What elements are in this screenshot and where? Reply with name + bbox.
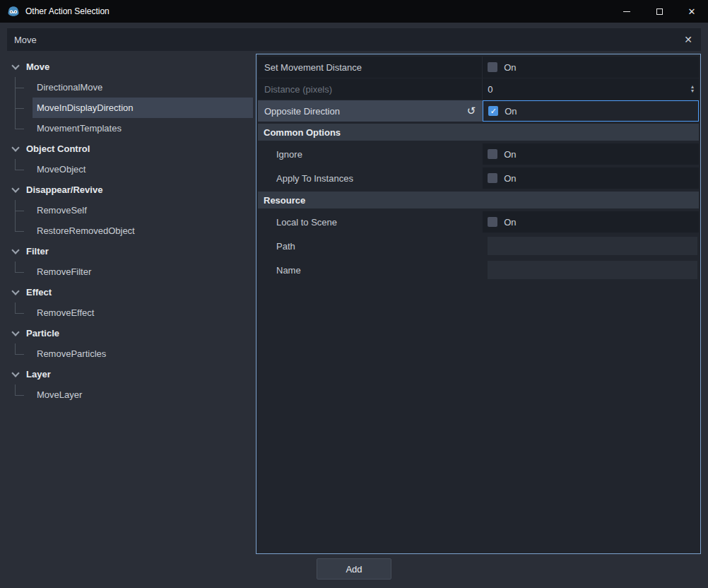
tree-item-removeself[interactable]: RemoveSelf — [7, 200, 253, 220]
property-label: Path — [258, 235, 483, 257]
property-label: Opposite Direction ↺ — [258, 100, 483, 122]
tree-connector — [7, 343, 33, 364]
tree-section-object-control[interactable]: Object Control — [7, 139, 253, 159]
tree-connector — [7, 220, 33, 241]
tree-section-label: Layer — [26, 369, 51, 380]
tree-item-label: RemoveFilter — [33, 261, 253, 282]
property-label-text: Set Movement Distance — [264, 62, 362, 73]
add-button[interactable]: Add — [317, 558, 391, 580]
chevron-down-icon — [11, 61, 19, 69]
property-label-text: Apply To Instances — [276, 173, 353, 184]
action-inspector: Set Movement Distance On Distance (pixel… — [256, 54, 701, 554]
tree-item-movelayer[interactable]: MoveLayer — [7, 384, 253, 405]
tree-section-label: Filter — [26, 246, 49, 257]
property-label-text: Name — [276, 265, 301, 276]
tree-item-label: MoveObject — [33, 159, 253, 180]
set-movement-distance-editor: On — [483, 57, 699, 78]
tree-section-layer[interactable]: Layer — [7, 364, 253, 384]
tree-item-restoreremovedobject[interactable]: RestoreRemovedObject — [7, 220, 253, 241]
tree-connector — [7, 118, 33, 139]
tree-item-moveobject[interactable]: MoveObject — [7, 159, 253, 180]
path-editor — [483, 235, 699, 257]
content-area: Move DirectionalMove MoveInDisplayDirect… — [7, 54, 701, 554]
tree-section-effect[interactable]: Effect — [7, 282, 253, 302]
tree-connector — [7, 98, 33, 118]
property-label: Apply To Instances — [258, 167, 483, 189]
name-editor — [483, 259, 699, 281]
section-header-label: Common Options — [264, 127, 341, 138]
distance-value: 0 — [488, 84, 492, 95]
property-label: Set Movement Distance — [258, 57, 483, 78]
tree-item-label: RemoveParticles — [33, 343, 253, 364]
property-row-opposite-direction: Opposite Direction ↺ ✓ On — [258, 100, 699, 122]
property-label-text: Local to Scene — [276, 217, 337, 228]
tree-item-moveindisplaydirection[interactable]: MoveInDisplayDirection — [7, 98, 253, 118]
property-row-distance: Distance (pixels) 0 ▴ ▾ — [258, 78, 699, 100]
ignore-editor: On — [483, 143, 699, 165]
tree-item-removeparticles[interactable]: RemoveParticles — [7, 343, 253, 364]
minimize-icon — [623, 11, 630, 12]
property-row-set-movement-distance: Set Movement Distance On — [258, 57, 699, 78]
distance-spinbox[interactable]: 0 ▴ ▾ — [483, 78, 699, 100]
chevron-down-icon — [11, 369, 19, 377]
tree-connector — [7, 159, 33, 180]
tree-item-removefilter[interactable]: RemoveFilter — [7, 261, 253, 282]
apply-to-instances-checkbox[interactable] — [488, 173, 497, 183]
property-label: Ignore — [258, 143, 483, 165]
local-to-scene-editor: On — [483, 211, 699, 233]
tree-section-label: Effect — [26, 287, 52, 298]
check-icon: ✓ — [490, 107, 497, 115]
chevron-down-icon — [11, 328, 19, 336]
ignore-checkbox[interactable] — [488, 149, 497, 159]
name-input[interactable] — [488, 261, 697, 279]
maximize-icon — [656, 8, 663, 15]
tree-connector — [7, 302, 33, 323]
close-icon: ✕ — [688, 7, 696, 16]
tree-item-movementtemplates[interactable]: MovementTemplates — [7, 118, 253, 139]
section-header-common-options[interactable]: Common Options — [258, 124, 699, 141]
property-label: Distance (pixels) — [258, 78, 483, 100]
search-bar: ✕ — [7, 28, 701, 51]
tree-section-filter[interactable]: Filter — [7, 241, 253, 261]
tree-item-removeeffect[interactable]: RemoveEffect — [7, 302, 253, 323]
section-header-label: Resource — [264, 195, 305, 206]
tree-section-label: Object Control — [26, 143, 90, 154]
tree-connector — [7, 77, 33, 98]
set-movement-distance-checkbox[interactable] — [488, 62, 497, 72]
property-label-text: Distance (pixels) — [264, 84, 332, 95]
maximize-button[interactable] — [643, 0, 675, 23]
spinbox-updown-icon[interactable]: ▴ ▾ — [691, 85, 694, 93]
clear-search-icon[interactable]: ✕ — [683, 34, 694, 45]
property-row-local-to-scene: Local to Scene On — [258, 211, 699, 233]
apply-to-instances-editor: On — [483, 167, 699, 189]
property-row-name: Name — [258, 259, 699, 281]
chevron-down-icon — [11, 287, 19, 295]
tree-connector — [7, 261, 33, 282]
spin-down-icon[interactable]: ▾ — [691, 89, 694, 93]
minimize-button[interactable] — [610, 0, 643, 23]
tree-section-particle[interactable]: Particle — [7, 323, 253, 343]
tree-item-label: RestoreRemovedObject — [33, 220, 253, 241]
opposite-direction-checkbox[interactable]: ✓ — [488, 106, 498, 116]
godot-logo-icon — [7, 5, 20, 18]
tree-item-label: DirectionalMove — [33, 77, 253, 98]
tree-item-label: RemoveEffect — [33, 302, 253, 323]
close-button[interactable]: ✕ — [675, 0, 708, 23]
tree-section-disappear-revive[interactable]: Disappear/Revive — [7, 180, 253, 200]
tree-connector — [7, 200, 33, 220]
search-input[interactable] — [14, 35, 683, 45]
section-header-resource[interactable]: Resource — [258, 192, 699, 208]
property-label-text: Ignore — [276, 149, 302, 160]
tree-section-move[interactable]: Move — [7, 57, 253, 77]
on-label: On — [504, 149, 516, 160]
on-label: On — [504, 173, 516, 184]
opposite-direction-editor: ✓ On — [483, 100, 699, 122]
property-row-ignore: Ignore On — [258, 143, 699, 165]
tree-item-label: MoveInDisplayDirection — [33, 98, 253, 118]
revert-icon[interactable]: ↺ — [467, 105, 476, 117]
dialog-window: Other Action Selection ✕ ✕ Move Directio… — [0, 0, 708, 588]
dialog-footer: Add — [0, 554, 708, 588]
local-to-scene-checkbox[interactable] — [488, 217, 497, 227]
tree-item-directionalmove[interactable]: DirectionalMove — [7, 77, 253, 98]
path-input[interactable] — [488, 237, 697, 255]
